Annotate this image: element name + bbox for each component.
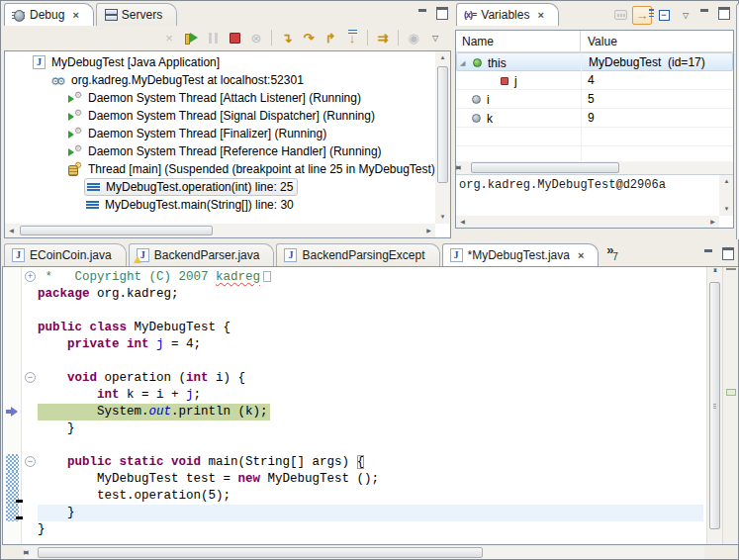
code-line[interactable]: System.out.println (k); (38, 404, 703, 420)
view-menu-button[interactable]: ▽ (676, 6, 695, 25)
debug-tree-item[interactable]: MyDebugTest.main(String[]) line: 30 (5, 196, 435, 214)
debug-tree-item[interactable]: Thread [main] (Suspended (breakpoint at … (5, 160, 435, 178)
tab-servers[interactable]: Servers (96, 3, 177, 26)
scroll-thumb[interactable] (471, 162, 619, 173)
minimize-icon[interactable] (701, 246, 716, 259)
close-icon[interactable]: × (578, 250, 584, 260)
detail-vscrollbar[interactable]: ▲ ▼ (719, 175, 733, 216)
close-icon[interactable]: × (72, 10, 78, 20)
column-header-name[interactable]: Name (456, 31, 581, 52)
editor-code-area[interactable]: * Copyright (C) 2007 kadregpackage org.k… (38, 267, 703, 544)
variable-row[interactable]: thisMyDebugTest (id=17) (456, 52, 733, 71)
view-menu-button[interactable]: ▽ (425, 29, 445, 47)
current-line-annotation[interactable] (726, 389, 736, 396)
step-over-button[interactable]: ↷ (299, 29, 319, 47)
remove-all-terminated-button[interactable]: × (159, 29, 179, 47)
variable-row[interactable]: j4 (456, 71, 733, 90)
use-step-filters-button[interactable]: ⇉ (373, 29, 393, 47)
scroll-right-icon[interactable]: ▶ (456, 161, 461, 174)
variable-row[interactable]: i5 (456, 90, 733, 109)
terminate-button[interactable] (225, 29, 244, 47)
disconnect-button[interactable]: ⊗ (246, 29, 266, 47)
scroll-right-icon[interactable]: ▶ (24, 546, 29, 559)
debug-tree-item[interactable]: org.kadreg.MyDebugTest at localhost:5230… (5, 71, 435, 89)
debug-tree-item[interactable]: MyDebugTest [Java Application] (5, 53, 435, 71)
fold-collapse-icon[interactable]: − (25, 372, 36, 383)
code-line[interactable]: public class MyDebugTest { (38, 320, 703, 336)
tab-ecoincoin-java[interactable]: ECoinCoin.java (4, 243, 127, 266)
tab-backendparsingexcept[interactable]: BackendParsingExcept (276, 243, 439, 266)
debug-tree-item[interactable]: MyDebugTest.operation(int) line: 25 (5, 178, 435, 196)
editor-hscrollbar[interactable]: ◀ ▶ (24, 546, 704, 559)
scroll-thumb[interactable] (709, 282, 720, 529)
scroll-left-icon[interactable]: ◀ (5, 224, 18, 237)
debug-tree-item[interactable]: Daemon System Thread [Reference Handler]… (5, 142, 435, 160)
scroll-up-icon[interactable]: ▲ (435, 51, 450, 64)
column-header-value[interactable]: Value (582, 31, 733, 52)
variables-detail-pane[interactable]: org.kadreg.MyDebugTest@d2906a ▲ ▼ ◀ ▶ (456, 174, 733, 228)
variable-row[interactable]: k9 (456, 109, 733, 128)
minimize-icon[interactable] (416, 6, 430, 19)
scroll-thumb[interactable] (38, 547, 483, 558)
overflow-tabs-chevron[interactable]: »7 (604, 243, 622, 266)
debug-tree-item[interactable]: Daemon System Thread [Signal Dispatcher]… (5, 107, 435, 125)
fold-collapse-icon[interactable]: − (25, 456, 36, 467)
scroll-thumb[interactable] (437, 66, 448, 183)
code-line[interactable]: test.operation(5); (38, 488, 703, 505)
code-line[interactable]: MyDebugTest test = new MyDebugTest (); (38, 471, 703, 488)
debug-tree-item[interactable]: Daemon System Thread [Finalizer] (Runnin… (5, 125, 435, 142)
tab-variables[interactable]: (x)=Variables× (456, 3, 559, 26)
drop-to-frame-button[interactable]: ↓ (342, 29, 362, 47)
scroll-right-icon[interactable]: ▶ (422, 224, 435, 237)
debug-tree-content[interactable]: MyDebugTest [Java Application]org.kadreg… (5, 51, 435, 224)
maximize-icon[interactable] (720, 246, 735, 259)
debug-tree-item[interactable]: Daemon System Thread [Attach Listener] (… (5, 89, 435, 107)
code-line[interactable] (38, 437, 703, 454)
show-logical-structure-button[interactable]: → (632, 6, 652, 25)
code-line[interactable]: package org.kadreg; (38, 286, 703, 303)
variables-toolbar: →−▽ (610, 5, 695, 25)
detail-hscrollbar[interactable]: ◀ ▶ (456, 216, 719, 228)
tab-debug[interactable]: Debug× (4, 3, 94, 26)
scroll-down-icon[interactable]: ▼ (435, 211, 450, 224)
debug-hscrollbar[interactable]: ◀ ▶ (5, 224, 435, 237)
use-step-filters-icon: ⇉ (378, 32, 389, 45)
show-type-names-button[interactable] (610, 6, 630, 25)
code-line[interactable]: int k = i + j; (38, 387, 703, 404)
tab-mydebugtest-java[interactable]: *MyDebugTest.java× (442, 243, 600, 266)
scroll-left-icon[interactable]: ◀ (456, 216, 469, 228)
code-line[interactable]: } (38, 505, 703, 521)
code-line[interactable]: public static void main(String[] args) { (38, 454, 703, 471)
maximize-icon[interactable] (716, 6, 731, 19)
maximize-icon[interactable] (434, 6, 449, 19)
suspend-button[interactable] (203, 29, 223, 47)
editor-overview-ruler[interactable] (722, 267, 738, 544)
scroll-down-icon[interactable]: ▼ (719, 203, 734, 216)
debug-vscrollbar[interactable]: ▲ ▼ (435, 51, 450, 224)
code-line[interactable] (38, 303, 703, 320)
code-line[interactable]: } (38, 420, 703, 437)
collapse-all-button[interactable]: − (654, 6, 674, 25)
code-line[interactable]: * Copyright (C) 2007 kadreg (38, 269, 703, 286)
code-line[interactable]: } (38, 521, 703, 538)
variables-hscrollbar[interactable]: ◀ ▶ (456, 161, 733, 174)
code-line[interactable] (38, 353, 703, 370)
expander-icon[interactable] (460, 59, 465, 67)
code-line[interactable]: private int j = 4; (38, 336, 703, 353)
scroll-right-icon[interactable]: ▶ (706, 216, 719, 228)
scroll-thumb[interactable] (20, 226, 213, 235)
close-icon[interactable]: × (537, 10, 543, 20)
fold-expand-icon[interactable]: + (25, 271, 36, 282)
step-return-button[interactable]: ↱ (321, 29, 340, 47)
editor-vertical-ruler[interactable] (3, 267, 22, 544)
editor-vscrollbar[interactable]: ▲ ▼ (706, 267, 722, 544)
scroll-up-icon[interactable]: ▲ (719, 175, 734, 188)
scroll-down-icon[interactable]: ▼ (707, 267, 723, 273)
debug-options-button[interactable]: ◉ (404, 29, 423, 47)
minimize-icon[interactable] (697, 6, 712, 19)
instruction-pointer-icon[interactable] (6, 407, 19, 417)
tab-backendparser-java[interactable]: BackendParser.java (129, 243, 275, 266)
code-line[interactable]: void operation (int i) { (38, 370, 703, 387)
step-into-button[interactable]: ↴ (277, 29, 297, 47)
resume-button[interactable] (181, 29, 201, 47)
